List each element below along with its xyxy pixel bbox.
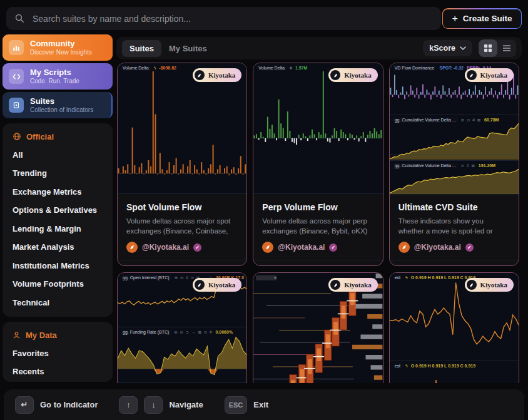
suite-card-ultimate-cvd[interactable]: VD Flow DominanceSPOT: -0.32PERP: -0.14 … <box>389 63 519 266</box>
official-menu-panel: Official All Trending Exchange Metrics O… <box>3 123 113 317</box>
author-name[interactable]: @Kiyotaka.ai <box>414 243 461 252</box>
ohlc-values: O 0.919 H 0.919 L 0.919 C 0.919 <box>411 275 475 280</box>
arrow-up-key-icon[interactable]: ↑ <box>119 396 138 414</box>
author-name[interactable]: @Kiyotaka.ai <box>142 243 189 252</box>
sidebar-item-lending-margin[interactable]: Lending & Margin <box>13 224 103 234</box>
lightning-icon: ϟ <box>405 275 408 280</box>
sidebar-item-recents[interactable]: Recents <box>13 367 103 377</box>
search-icon <box>15 14 24 23</box>
chart-label: gg. Cumulative Volume Delta ... <box>393 117 458 123</box>
sidebar-card-suites[interactable]: SuitesCollection of Indicators <box>3 92 113 118</box>
sort-label: kScore <box>429 44 455 53</box>
kiyotaka-logo-icon <box>195 280 205 290</box>
menu-header-official[interactable]: Official <box>13 131 103 141</box>
suite-card-footprint[interactable]: ▾ Kiyotaka <box>253 272 383 383</box>
tab-suites[interactable]: Suites <box>122 40 161 57</box>
suite-card-spot-volume-flow[interactable]: Volume Deltaϟ-$098.82 Kiyotaka Spot Volu… <box>117 63 247 266</box>
search-input[interactable] <box>31 13 432 24</box>
sidebar-item-favorites[interactable]: Favorites <box>13 349 103 359</box>
enter-key-icon[interactable]: ↵ <box>15 396 34 414</box>
chart-settings-chip: ▾ <box>256 275 277 280</box>
kiyotaka-logo-icon <box>467 280 477 290</box>
suite-card-perp-volume-flow[interactable]: Volume Delta#1.57M Kiyotaka Perp Volume … <box>253 63 383 266</box>
cumulative-delta-area-chart <box>390 123 519 160</box>
volume-delta-bars-chart <box>118 71 246 193</box>
sidebar-item-institutional-metrics[interactable]: Institutional Metrics <box>13 261 103 271</box>
card-chart-thumbnail: ▾ Kiyotaka <box>253 273 382 383</box>
arrow-down-key-icon[interactable]: ↓ <box>144 396 163 414</box>
list-icon <box>502 44 511 53</box>
suite-description: Volume deltas across major perp exchange… <box>262 217 373 236</box>
chart-label: gg. Cumulative Volume Delta ... <box>393 163 458 168</box>
sidebar-item-trending[interactable]: Trending <box>13 168 103 178</box>
price-line-chart <box>390 369 519 383</box>
code-icon <box>9 69 24 84</box>
suite-cards-icon <box>9 98 24 113</box>
kiyotaka-badge: Kiyotaka <box>465 68 514 82</box>
menu-header-my-data[interactable]: My Data <box>13 330 103 340</box>
chart-label: Volume Delta <box>121 65 151 71</box>
chart-toolbar-icons: ⊕ ⊘ ⊃ → ⊠ ⊙ # <box>174 330 212 335</box>
kiyotaka-badge: Kiyotaka <box>465 278 514 292</box>
sidebar-item-technical[interactable]: Technical <box>13 298 103 308</box>
chart-label: est <box>393 363 402 369</box>
plus-icon: + <box>452 14 457 24</box>
suite-card-ohlc-lines[interactable]: estϟO 0.919 H 0.919 L 0.919 C 0.919 estϟ… <box>389 272 519 383</box>
sidebar-item-options-derivatives[interactable]: Options & Derivatives <box>13 205 103 215</box>
community-title: Community <box>30 39 92 49</box>
chart-label: gg. Funding Rate (BTC) <box>121 329 171 335</box>
kiyotaka-logo-icon <box>195 70 205 80</box>
kiyotaka-badge: Kiyotaka <box>328 68 377 82</box>
suite-title: Perp Volume Flow <box>262 202 373 212</box>
esc-key-icon[interactable]: ESC <box>225 396 248 414</box>
bar-chart-icon <box>9 40 24 55</box>
search-bar[interactable] <box>6 7 441 30</box>
sort-dropdown[interactable]: kScore <box>423 40 472 56</box>
cumulative-delta-area-chart <box>390 169 519 194</box>
card-chart-thumbnail: VD Flow DominanceSPOT: -0.32PERP: -0.14 … <box>390 63 519 194</box>
price-line-chart <box>390 281 519 360</box>
kiyotaka-logo-icon <box>467 70 477 80</box>
verified-badge-icon: ✓ <box>465 243 474 252</box>
verified-badge-icon: ✓ <box>329 243 337 252</box>
avatar <box>126 242 138 253</box>
chart-label: gg. Open Interest (BTC) <box>121 275 171 280</box>
chart-value: 191.20M <box>479 163 495 168</box>
grid-view-button[interactable] <box>479 39 497 57</box>
kiyotaka-logo-icon <box>330 280 340 290</box>
chart-value: 0.0060% <box>216 330 233 334</box>
chart-value: 60.78M <box>484 118 499 122</box>
grid-icon <box>484 44 492 53</box>
create-suite-label: Create Suite <box>463 14 512 23</box>
ohlc-values: O 0.919 H 0.919 L 0.919 C 0.919 <box>411 364 475 368</box>
create-suite-button[interactable]: + Create Suite <box>442 8 522 29</box>
kiyotaka-logo-icon <box>330 70 340 80</box>
suite-card-open-interest[interactable]: gg. Open Interest (BTC)⊕ ⊘ # ⊙ ⊠ → ⊃36.9… <box>117 272 247 383</box>
tab-my-suites[interactable]: My Suites <box>161 40 215 57</box>
chart-label: VD Flow Dominance <box>393 65 437 71</box>
sidebar-item-volume-footprints[interactable]: Volume Footprints <box>13 279 103 289</box>
suite-title: Ultimate CVD Suite <box>399 202 510 212</box>
kiyotaka-badge: Kiyotaka <box>328 278 377 292</box>
tab-bar: Suites My Suites kScore <box>116 37 522 59</box>
sidebar-item-exchange-metrics[interactable]: Exchange Metrics <box>13 187 103 197</box>
suite-title: Spot Volume Flow <box>126 202 238 212</box>
lightning-icon: ϟ <box>405 364 408 368</box>
sidebar-item-all[interactable]: All <box>13 150 103 160</box>
card-chart-thumbnail: Volume Deltaϟ-$098.82 Kiyotaka <box>118 63 246 194</box>
view-toggle <box>479 39 516 57</box>
card-chart-thumbnail: Volume Delta#1.57M Kiyotaka <box>253 63 382 194</box>
sidebar-item-market-analysis[interactable]: Market Analysis <box>13 242 103 252</box>
suites-title: Suites <box>30 97 93 106</box>
chevron-down-icon <box>460 46 466 50</box>
list-view-button[interactable] <box>497 39 516 57</box>
funding-rate-area-chart <box>118 335 246 382</box>
avatar <box>399 242 410 253</box>
verified-badge-icon: ✓ <box>193 243 201 252</box>
sidebar-card-my-scripts[interactable]: My ScriptsCode. Run. Trade <box>3 63 113 90</box>
volume-delta-bars-chart <box>253 71 382 193</box>
author-name[interactable]: @Kiyotaka.ai <box>278 243 325 252</box>
suite-description: Volume deltas across major spot exchange… <box>126 217 238 236</box>
lightning-icon: ϟ <box>154 66 156 70</box>
sidebar-card-community[interactable]: CommunityDiscover New Insights <box>3 34 113 61</box>
